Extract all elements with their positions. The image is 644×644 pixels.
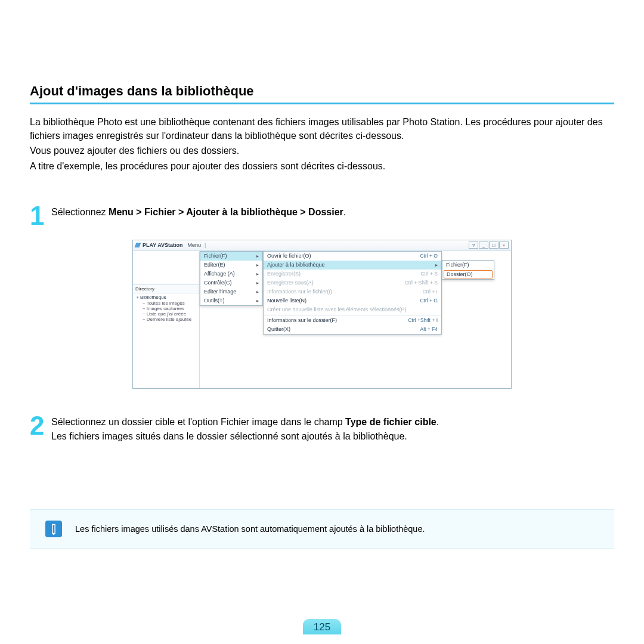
menu-item-info-dossier[interactable]: Informations sur le dossier(F)Ctrl +Shif… <box>264 316 441 325</box>
menu-panel-level1: Fichier(F)▸ Editer(E)▸ Affichage (A)▸ Co… <box>200 251 263 306</box>
step-1-text: Sélectionnez Menu > Fichier > Ajouter à … <box>51 203 346 219</box>
menu-item-editer-image[interactable]: Editer l'image▸ <box>200 287 262 296</box>
page-number: 125 <box>303 619 341 634</box>
chevron-right-icon: ▸ <box>256 253 259 259</box>
chevron-right-icon: ▸ <box>256 280 259 286</box>
intro-paragraph-2: Vous pouvez ajouter des fichiers ou des … <box>30 144 614 157</box>
menu-panel-level3: Fichier(F) Dossier(O) <box>442 260 494 280</box>
maximize-button[interactable]: □ <box>489 242 499 249</box>
menu-item-info-fichier: Informations sur le fichier(I)Ctrl + I <box>264 287 441 296</box>
menu-item-shortcut: Ctrl + S <box>420 271 438 277</box>
menu-item-shortcut: Ctrl + Shift + S <box>405 280 438 286</box>
sidebar-header: Directory <box>133 284 199 293</box>
app-window: PLAY AVStation Menu | ? _ □ × Directory <box>132 240 512 389</box>
chevron-right-icon: ▸ <box>256 262 259 268</box>
menu-item-label: Affichage (A) <box>204 271 235 277</box>
step-1-bold: Menu > Fichier > Ajouter à la bibliothèq… <box>109 207 343 217</box>
chevron-right-icon: ▸ <box>256 271 259 277</box>
menu-item-nouvelle-liste[interactable]: Nouvelle liste(N)Ctrl + G <box>264 296 441 305</box>
menu-button[interactable]: Menu <box>188 242 202 248</box>
minimize-button[interactable]: _ <box>479 242 488 249</box>
menu-item-label: Fichier(F) <box>204 253 227 259</box>
menu-divider: | <box>205 242 206 248</box>
help-button[interactable]: ? <box>469 242 478 249</box>
menu-item-label: Contrôle(C) <box>204 280 232 286</box>
app-title: PLAY AVStation <box>143 242 183 248</box>
menu-item-label: Editer(E) <box>204 262 225 268</box>
step-1: 1 Sélectionnez Menu > Fichier > Ajouter … <box>30 203 614 229</box>
sidebar: Directory Bibliothèque Toutes les images… <box>133 251 200 388</box>
menu-item-label: Créer une nouvelle liste avec les élémen… <box>267 306 438 312</box>
app-logo-icon <box>135 243 141 247</box>
menu-item-editer[interactable]: Editer(E)▸ <box>200 261 262 270</box>
step-1-number: 1 <box>30 203 51 229</box>
menu-item-label: Fichier(F) <box>446 262 469 268</box>
menu-item-enregistrer: Enregistrer(S)Ctrl + S <box>264 270 441 278</box>
step-1-prefix: Sélectionnez <box>51 207 109 217</box>
titlebar[interactable]: PLAY AVStation Menu | ? _ □ × <box>133 240 511 251</box>
menu-item-shortcut: Ctrl + G <box>420 298 438 304</box>
menu-item-controle[interactable]: Contrôle(C)▸ <box>200 278 262 287</box>
menu-item-fichier[interactable]: Fichier(F)▸ <box>200 252 262 261</box>
menu-panel-level2: Ouvrir le fichier(O)Ctrl + O Ajouter à l… <box>263 251 442 335</box>
menu-item-dossier[interactable]: Dossier(O) <box>444 270 493 278</box>
step-2-text: Sélectionnez un dossier cible et l'optio… <box>51 413 439 444</box>
step-2-number: 2 <box>30 413 51 439</box>
menu-item-creer-liste-selection: Créer une nouvelle liste avec les élémen… <box>264 305 441 314</box>
menu-item-ajouter-bibliotheque[interactable]: Ajouter à la bibliothèque▸ <box>264 261 441 270</box>
intro-paragraph-1: La bibliothèque Photo est une bibliothèq… <box>30 115 614 143</box>
sidebar-item[interactable]: Dernière liste ajoutée <box>137 317 199 322</box>
menu-item-quitter[interactable]: Quitter(X)Alt + F4 <box>264 325 441 334</box>
menu-item-label: Outils(T) <box>204 298 225 304</box>
sidebar-item[interactable]: Liste que j'ai créée <box>137 311 199 317</box>
main-area: Fichier(F)▸ Editer(E)▸ Affichage (A)▸ Co… <box>200 251 511 388</box>
sidebar-item[interactable]: Images capturées <box>137 306 199 311</box>
menu-item-label: Enregistrer sous(A) <box>267 280 405 286</box>
chevron-right-icon: ▸ <box>435 262 438 268</box>
step-2-line1-post: . <box>436 417 439 427</box>
note-box: Les fichiers images utilisés dans AVStat… <box>30 509 614 549</box>
menu-item-label: Informations sur le fichier(I) <box>267 289 423 295</box>
chevron-right-icon: ▸ <box>256 289 259 295</box>
step-1-suffix: . <box>343 207 346 217</box>
note-text: Les fichiers images utilisés dans AVStat… <box>75 524 425 534</box>
step-2: 2 Sélectionnez un dossier cible et l'opt… <box>30 413 614 444</box>
menu-item-shortcut: Ctrl + O <box>420 253 438 259</box>
section-heading: Ajout d'images dans la bibliothèque <box>30 83 614 99</box>
menu-item-enregistrer-sous: Enregistrer sous(A)Ctrl + Shift + S <box>264 278 441 287</box>
menu-item-label: Informations sur le dossier(F) <box>267 317 408 323</box>
menu-item-label: Editer l'image <box>204 289 236 295</box>
menu-item-affichage[interactable]: Affichage (A)▸ <box>200 270 262 278</box>
intro-paragraph-3: A titre d'exemple, les procédures pour a… <box>30 159 614 173</box>
sidebar-item[interactable]: Toutes les images <box>137 301 199 306</box>
menu-item-shortcut: Alt + F4 <box>420 326 438 332</box>
close-button[interactable]: × <box>499 242 509 249</box>
step-2-line1-pre: Sélectionnez un dossier cible et l'optio… <box>51 417 345 427</box>
menu-item-label: Ouvrir le fichier(O) <box>267 253 420 259</box>
menu-separator <box>264 315 441 315</box>
chevron-right-icon: ▸ <box>256 298 259 304</box>
menu-item-shortcut: Ctrl + I <box>423 289 438 295</box>
menu-item-label: Enregistrer(S) <box>267 271 420 277</box>
heading-rule <box>30 103 614 104</box>
menu-item-outils[interactable]: Outils(T)▸ <box>200 296 262 305</box>
menu-item-ouvrir[interactable]: Ouvrir le fichier(O)Ctrl + O <box>264 252 441 261</box>
step-2-line2: Les fichiers images situés dans le dossi… <box>51 431 407 441</box>
sidebar-root[interactable]: Bibliothèque <box>137 295 199 300</box>
menu-item-label: Ajouter à la bibliothèque <box>267 262 435 268</box>
menu-item-shortcut: Ctrl +Shift + I <box>408 317 438 323</box>
menu-item-label: Quitter(X) <box>267 326 420 332</box>
pencil-note-icon <box>45 521 62 537</box>
step-2-line1-bold: Type de fichier cible <box>345 417 436 427</box>
menu-item-fichier-sub[interactable]: Fichier(F) <box>442 261 494 270</box>
menu-item-label: Dossier(O) <box>447 271 473 277</box>
menu-item-label: Nouvelle liste(N) <box>267 298 420 304</box>
